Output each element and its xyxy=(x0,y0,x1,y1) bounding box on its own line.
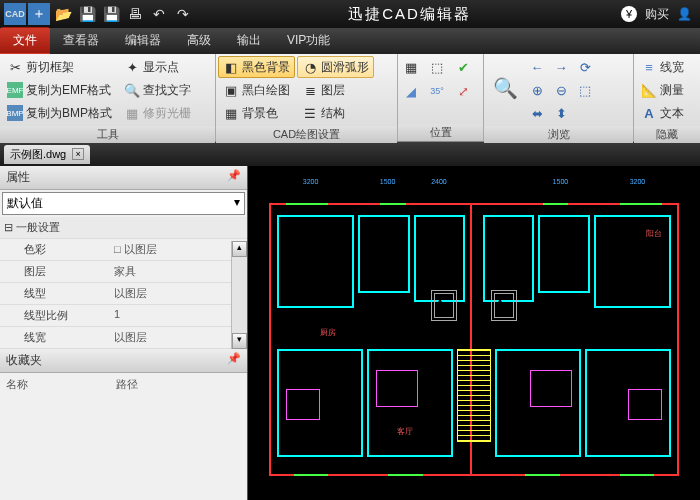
fit-width-button[interactable]: ⬌ xyxy=(526,102,548,124)
properties-scrollbar[interactable]: ▴ ▾ xyxy=(231,241,247,349)
copy-emf-button[interactable]: EMF复制为EMF格式 xyxy=(2,79,117,101)
snap-check-button[interactable]: ✔ xyxy=(452,56,476,78)
find-text-button[interactable]: 🔍查找文字 xyxy=(119,79,196,101)
ribbon-group-position: ▦ ⬚ ✔ ◢ 35° ⤢ 位置 xyxy=(398,54,484,141)
tab-vip[interactable]: VIP功能 xyxy=(274,27,343,54)
group-label-tools: 工具 xyxy=(0,126,215,143)
document-tabbar: 示例图.dwg × xyxy=(0,142,700,166)
tab-output[interactable]: 输出 xyxy=(224,27,274,54)
nav-fwd-button[interactable]: → xyxy=(550,56,572,78)
zoom-fit-button[interactable]: 🔍 xyxy=(486,56,524,120)
check-icon: ✔ xyxy=(455,59,471,75)
bg-color-button[interactable]: ▦背景色 xyxy=(218,102,295,124)
new-file-icon[interactable]: ＋ xyxy=(28,3,50,25)
properties-header: 属性 📌 xyxy=(0,166,247,190)
color-icon: ▦ xyxy=(223,105,239,121)
ribbon-group-hidden: ≡线宽 📐测量 A文本 隐藏 xyxy=(634,54,700,141)
arrow-left-icon: ← xyxy=(529,59,545,75)
app-title: 迅捷CAD编辑器 xyxy=(198,5,621,24)
property-row[interactable]: 线型比例1 xyxy=(0,305,247,327)
snap-button[interactable]: ⬚ xyxy=(426,56,450,78)
undo-icon[interactable]: ↶ xyxy=(148,3,170,25)
save-as-icon[interactable]: 💾 xyxy=(100,3,122,25)
ribbon-group-browse: 🔍 ← ⊕ ⬌ → ⊖ ⬍ ⟳ ⬚ 浏览 xyxy=(484,54,634,141)
default-value-dropdown[interactable]: 默认值 ▾ xyxy=(2,192,245,215)
measure-button[interactable]: 📐测量 xyxy=(636,79,689,101)
property-row[interactable]: 色彩□ 以图层 xyxy=(0,239,247,261)
property-row[interactable]: 线型以图层 xyxy=(0,283,247,305)
open-folder-icon[interactable]: 📂 xyxy=(52,3,74,25)
angle-icon: 35° xyxy=(429,83,445,99)
text-button[interactable]: A文本 xyxy=(636,102,689,124)
bw-draw-button[interactable]: ▣黑白绘图 xyxy=(218,79,295,101)
copy-bmp-button[interactable]: BMP复制为BMP格式 xyxy=(2,102,117,124)
close-tab-icon[interactable]: × xyxy=(72,148,84,160)
tab-editor[interactable]: 编辑器 xyxy=(112,27,174,54)
structure-button[interactable]: ☰结构 xyxy=(297,102,374,124)
zoom-window-icon: ⬚ xyxy=(577,82,593,98)
document-tab[interactable]: 示例图.dwg × xyxy=(4,145,90,164)
black-bg-button[interactable]: ◧黑色背景 xyxy=(218,56,295,78)
titlebar: CAD ＋ 📂 💾 💾 🖶 ↶ ↷ 迅捷CAD编辑器 ¥ 购买 👤 xyxy=(0,0,700,28)
favorites-title: 收藏夹 xyxy=(6,352,42,369)
fit-height-button[interactable]: ⬍ xyxy=(550,102,572,124)
zoom-in-button[interactable]: ⊕ xyxy=(526,79,548,101)
properties-grid: ⊟ 一般设置 色彩□ 以图层 图层家具 线型以图层 线型比例1 线宽以图层 ▴ … xyxy=(0,217,247,349)
drawing-canvas[interactable]: ✕ ✕ 阳台 厨房 客厅 3200 1500 2400 1500 3200 xyxy=(248,166,700,500)
refresh-button[interactable]: ⟳ xyxy=(574,56,596,78)
col-path: 路径 xyxy=(116,377,138,392)
print-icon[interactable]: 🖶 xyxy=(124,3,146,25)
property-row[interactable]: 图层家具 xyxy=(0,261,247,283)
scale-icon: ⤢ xyxy=(455,83,471,99)
document-name: 示例图.dwg xyxy=(10,147,66,162)
ortho-button[interactable]: ◢ xyxy=(400,80,424,102)
cut-frame-button[interactable]: ✂剪切框架 xyxy=(2,56,117,78)
snap-icon: ⬚ xyxy=(429,59,445,75)
palette-icon: ▣ xyxy=(223,82,239,98)
grid-icon: ▦ xyxy=(403,59,419,75)
chevron-down-icon: ▾ xyxy=(234,195,240,212)
app-logo-icon[interactable]: CAD xyxy=(4,3,26,25)
search-icon: 🔍 xyxy=(124,82,140,98)
layer-button[interactable]: ≣图层 xyxy=(297,79,374,101)
user-icon[interactable]: 👤 xyxy=(677,7,692,21)
ortho-icon: ◢ xyxy=(403,83,419,99)
save-icon[interactable]: 💾 xyxy=(76,3,98,25)
tab-viewer[interactable]: 查看器 xyxy=(50,27,112,54)
pin-icon[interactable]: 📌 xyxy=(227,169,241,186)
ribbon-group-tools: ✂剪切框架 EMF复制为EMF格式 BMP复制为BMP格式 ✦显示点 🔍查找文字… xyxy=(0,54,216,141)
grid-button[interactable]: ▦ xyxy=(400,56,424,78)
lineweight-icon: ≡ xyxy=(641,59,657,75)
zoom-out-icon: ⊖ xyxy=(553,82,569,98)
nav-back-button[interactable]: ← xyxy=(526,56,548,78)
favorites-header: 收藏夹 📌 xyxy=(0,349,247,373)
emf-icon: EMF xyxy=(7,82,23,98)
smooth-arc-button[interactable]: ◔圆滑弧形 xyxy=(297,56,374,78)
show-point-button[interactable]: ✦显示点 xyxy=(119,56,196,78)
scale-button[interactable]: ⤢ xyxy=(452,80,476,102)
tab-advanced[interactable]: 高级 xyxy=(174,27,224,54)
property-section-general[interactable]: ⊟ 一般设置 xyxy=(0,217,247,239)
pin-icon[interactable]: 📌 xyxy=(227,352,241,369)
col-name: 名称 xyxy=(6,377,116,392)
currency-icon[interactable]: ¥ xyxy=(621,6,637,22)
redo-icon[interactable]: ↷ xyxy=(172,3,194,25)
trim-icon: ▦ xyxy=(124,105,140,121)
property-row[interactable]: 线宽以图层 xyxy=(0,327,247,349)
zoom-out-button[interactable]: ⊖ xyxy=(550,79,572,101)
lineweight-button[interactable]: ≡线宽 xyxy=(636,56,689,78)
group-label-position: 位置 xyxy=(398,124,483,141)
zoom-in-icon: ⊕ xyxy=(529,82,545,98)
zoom-window-button[interactable]: ⬚ xyxy=(574,79,596,101)
angle-button[interactable]: 35° xyxy=(426,80,450,102)
scroll-up-icon[interactable]: ▴ xyxy=(232,241,247,257)
scroll-down-icon[interactable]: ▾ xyxy=(232,333,247,349)
buy-button[interactable]: 购买 xyxy=(645,6,669,23)
fit-height-icon: ⬍ xyxy=(553,105,569,121)
tab-file[interactable]: 文件 xyxy=(0,27,50,54)
fit-width-icon: ⬌ xyxy=(529,105,545,121)
trim-raster-button[interactable]: ▦修剪光栅 xyxy=(119,102,196,124)
sidebar: 属性 📌 默认值 ▾ ⊟ 一般设置 色彩□ 以图层 图层家具 线型以图层 线型比… xyxy=(0,166,248,500)
ribbon: ✂剪切框架 EMF复制为EMF格式 BMP复制为BMP格式 ✦显示点 🔍查找文字… xyxy=(0,54,700,142)
properties-title: 属性 xyxy=(6,169,30,186)
